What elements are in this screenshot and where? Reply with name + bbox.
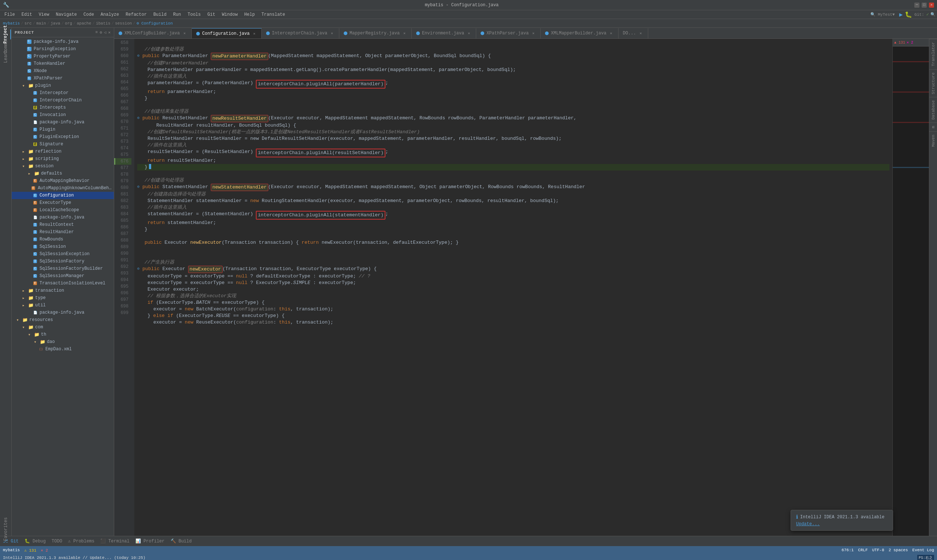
sidebar-item-xpath-parser[interactable]: C XPathParser [12,75,114,82]
tab-close-interceptorchain[interactable]: ✕ [329,31,335,36]
sidebar-item-interceptor[interactable]: I Interceptor [12,89,114,97]
menu-analyze[interactable]: Analyze [98,11,122,18]
sidebar-item-package-info-session[interactable]: 📄 package-info.java [12,214,114,221]
minimize-button[interactable]: ─ [914,3,919,8]
sidebar-item-package-info-parsing[interactable]: C package-info.java [12,38,114,45]
sidebar-item-session[interactable]: ▾ 📁 session [12,163,114,170]
menu-tools[interactable]: Tools [185,11,204,18]
code-text[interactable]: //创建参数处理器 ⊙ public ParameterHandler newP… [134,39,892,536]
sidebar-item-transaction-isolation[interactable]: E TransactionIsolationLevel [12,280,114,287]
sidebar-item-plugin-class[interactable]: C Plugin [12,126,114,133]
side-tab-translator[interactable]: Translator [929,39,937,69]
tab-mapperregistry[interactable]: MapperRegistry.java ✕ [339,28,412,38]
sidebar-item-com[interactable]: ▾ 📁 com [12,323,114,331]
tab-interceptorchain[interactable]: InterceptorChain.java ✕ [262,28,339,38]
activity-learn[interactable]: Learn [1,51,11,62]
sidebar-item-local-cache-scope[interactable]: E LocalCacheScope [12,206,114,214]
menu-git[interactable]: Git [205,11,218,18]
tab-close-do[interactable]: ✕ [639,31,643,36]
sidebar-item-resources[interactable]: ▾ 📁 resources [12,316,114,323]
breadcrumb-main[interactable]: main [36,21,46,26]
sidebar-item-property-parser[interactable]: C PropertyParser [12,53,114,60]
activity-commit[interactable]: Commit [1,40,11,51]
side-tab-structure[interactable]: Structure [929,69,937,97]
sidebar-item-signature[interactable]: @ Signature [12,140,114,148]
sidebar-item-package-info-plugin[interactable]: 📄 package-info.java [12,118,114,126]
tab-do[interactable]: DO... ✕ [619,28,648,38]
menu-navigate[interactable]: Navigate [53,11,80,18]
breadcrumb-project[interactable]: mybatis [3,21,20,26]
sidebar-item-auto-mapping-unknown[interactable]: E AutoMappingUnknownColumnBehavio [12,185,114,192]
bottom-profiler[interactable]: 📊 Profiler [135,538,165,544]
sidebar-item-emp-dao[interactable]: ⟨⟩ EmpDao.xml [12,346,114,353]
tab-xmlmapperbuilder[interactable]: XMLMapperBuilder.java ✕ [541,28,618,38]
sidebar-item-transaction[interactable]: ▸ 📁 transaction [12,287,114,294]
menu-run[interactable]: Run [170,11,184,18]
menu-window[interactable]: Window [219,11,240,18]
tab-environment[interactable]: Environment.java ✕ [412,28,476,38]
menu-file[interactable]: File [2,11,18,18]
sidebar-item-sql-session-factory[interactable]: I SqlSessionFactory [12,258,114,265]
settings-icon[interactable]: ⚙ [100,30,103,35]
sidebar-item-result-handler[interactable]: I ResultHandler [12,228,114,236]
sidebar-item-sql-session-factory-builder[interactable]: C SqlSessionFactoryBuilder [12,265,114,272]
sidebar-item-result-context[interactable]: I ResultContext [12,221,114,228]
sidebar-item-interceptor-chain[interactable]: C InterceptorChain [12,97,114,104]
hide-sidebar-icon[interactable]: ◁ [104,30,107,35]
sidebar-item-token-handler[interactable]: I TokenHandler [12,60,114,67]
breadcrumb-configuration[interactable]: ⚙ Configuration [137,21,173,26]
sidebar-item-plugin-exception[interactable]: C PluginException [12,133,114,140]
close-sidebar-icon[interactable]: ✕ [108,30,111,35]
sidebar-item-sql-session-exception[interactable]: C SqlSessionException [12,250,114,258]
breadcrumb-apache[interactable]: apache [77,21,91,26]
close-button[interactable]: ✕ [929,3,934,8]
statusbar-event-log[interactable]: Event Log [912,548,934,552]
maximize-button[interactable]: □ [922,3,927,8]
sidebar-item-th[interactable]: ▾ 📁 th [12,331,114,338]
tab-close-mapperregistry[interactable]: ✕ [402,31,407,36]
side-tab-m[interactable]: m [929,123,937,131]
sidebar-item-xnode[interactable]: C XNode [12,67,114,75]
sidebar-item-invocation[interactable]: C Invocation [12,111,114,118]
breadcrumb-session[interactable]: session [115,21,132,26]
tab-configuration[interactable]: Configuration.java ✕ [192,28,262,38]
bottom-problems[interactable]: ⚠ Problems [68,538,94,544]
sidebar-item-scripting[interactable]: ▸ 📁 scripting [12,155,114,163]
breadcrumb-java[interactable]: java [51,21,60,26]
side-tab-database[interactable]: Database [929,97,937,123]
bottom-debug[interactable]: 🐛 Debug [25,538,46,544]
activity-favorites[interactable]: Favorites [1,524,11,534]
breadcrumb-src[interactable]: src [25,21,32,26]
bottom-todo[interactable]: TODO [52,539,62,544]
sidebar-item-configuration[interactable]: C Configuration [12,192,114,199]
sidebar-item-package-info-util[interactable]: 📄 package-info.java [12,309,114,316]
sidebar-item-plugin-folder[interactable]: ▾ 📁 plugin [12,82,114,89]
sidebar-item-type[interactable]: ▸ 📁 type [12,294,114,302]
sidebar-item-reflection[interactable]: ▸ 📁 reflection [12,148,114,155]
sidebar-item-executor-type[interactable]: E ExecutorType [12,199,114,206]
menu-build[interactable]: Build [151,11,169,18]
sidebar-item-sql-session-manager[interactable]: C SqlSessionManager [12,272,114,280]
tab-close-xmlmapperbuilder[interactable]: ✕ [609,31,614,36]
breadcrumb-ibatis[interactable]: ibatis [96,21,111,26]
tab-xpathparser[interactable]: XPathParser.java ✕ [476,28,541,38]
side-tab-maven[interactable]: Maven [929,131,937,150]
sidebar-item-util[interactable]: ▸ 📁 util [12,302,114,309]
bottom-build[interactable]: 🔨 Build [171,538,192,544]
breadcrumb-org[interactable]: org [65,21,72,26]
menu-refactor[interactable]: Refactor [123,11,150,18]
menu-code[interactable]: Code [80,11,97,18]
sidebar-item-defaults[interactable]: ▸ 📁 defaults [12,170,114,177]
sidebar-item-sql-session[interactable]: I SqlSession [12,243,114,250]
tab-close-xmlconfigbuilder[interactable]: ✕ [182,31,187,36]
menu-view[interactable]: View [36,11,52,18]
tab-xmlconfigbuilder[interactable]: XMLConfigBuilder.java ✕ [114,28,192,38]
menu-translate[interactable]: Translate [258,11,288,18]
tab-close-configuration[interactable]: ✕ [252,31,257,36]
sidebar-item-dao[interactable]: ▾ 📁 dao [12,338,114,346]
bottom-terminal[interactable]: ⬛ Terminal [100,538,129,544]
tab-close-xpathparser[interactable]: ✕ [531,31,536,36]
sidebar-item-row-bounds[interactable]: C RowBounds [12,236,114,243]
sidebar-item-parsing-exception[interactable]: C ParsingException [12,45,114,53]
sidebar-item-intercepts[interactable]: @ Intercepts [12,104,114,111]
